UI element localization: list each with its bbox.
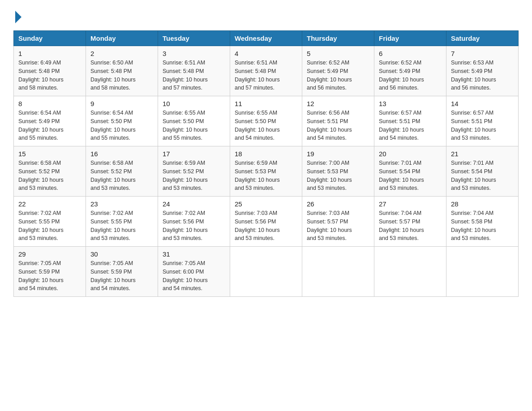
day-number: 24 <box>163 200 225 208</box>
day-info: Sunrise: 7:01 AMSunset: 5:54 PMDaylight:… <box>379 159 442 193</box>
calendar-cell: 11Sunrise: 6:55 AMSunset: 5:50 PMDayligh… <box>230 96 302 146</box>
day-number: 27 <box>379 200 442 208</box>
calendar-cell: 14Sunrise: 6:57 AMSunset: 5:51 PMDayligh… <box>446 96 519 146</box>
day-number: 23 <box>90 200 153 208</box>
logo <box>13 9 21 21</box>
weekday-header-friday: Friday <box>374 31 446 46</box>
day-info: Sunrise: 6:55 AMSunset: 5:50 PMDaylight:… <box>163 109 225 142</box>
day-number: 15 <box>18 150 81 158</box>
calendar-cell: 19Sunrise: 7:00 AMSunset: 5:53 PMDayligh… <box>302 146 374 197</box>
calendar-cell: 29Sunrise: 7:05 AMSunset: 5:59 PMDayligh… <box>14 247 86 297</box>
weekday-header-saturday: Saturday <box>446 31 519 46</box>
day-info: Sunrise: 7:04 AMSunset: 5:58 PMDaylight:… <box>451 209 514 243</box>
day-number: 3 <box>163 50 225 57</box>
day-info: Sunrise: 7:03 AMSunset: 5:56 PMDaylight:… <box>235 209 297 243</box>
calendar-week-row: 8Sunrise: 6:54 AMSunset: 5:49 PMDaylight… <box>14 96 519 146</box>
day-number: 26 <box>307 200 369 208</box>
day-number: 7 <box>451 50 514 57</box>
day-number: 11 <box>235 100 297 107</box>
day-info: Sunrise: 7:04 AMSunset: 5:57 PMDaylight:… <box>379 209 442 243</box>
calendar-cell: 30Sunrise: 7:05 AMSunset: 5:59 PMDayligh… <box>86 247 158 297</box>
calendar-week-row: 1Sunrise: 6:49 AMSunset: 5:48 PMDaylight… <box>14 46 519 96</box>
calendar-week-row: 15Sunrise: 6:58 AMSunset: 5:52 PMDayligh… <box>14 146 519 197</box>
calendar-cell: 26Sunrise: 7:03 AMSunset: 5:57 PMDayligh… <box>302 197 374 247</box>
calendar-cell: 12Sunrise: 6:56 AMSunset: 5:51 PMDayligh… <box>302 96 374 146</box>
day-info: Sunrise: 6:54 AMSunset: 5:49 PMDaylight:… <box>18 109 81 142</box>
calendar-cell: 28Sunrise: 7:04 AMSunset: 5:58 PMDayligh… <box>446 197 519 247</box>
calendar-cell: 23Sunrise: 7:02 AMSunset: 5:55 PMDayligh… <box>86 197 158 247</box>
day-number: 17 <box>163 150 225 158</box>
day-info: Sunrise: 7:02 AMSunset: 5:55 PMDaylight:… <box>90 209 153 243</box>
day-info: Sunrise: 7:03 AMSunset: 5:57 PMDaylight:… <box>307 209 369 243</box>
calendar-cell: 10Sunrise: 6:55 AMSunset: 5:50 PMDayligh… <box>158 96 230 146</box>
calendar-header: SundayMondayTuesdayWednesdayThursdayFrid… <box>14 31 519 46</box>
day-number: 18 <box>235 150 297 158</box>
day-info: Sunrise: 7:02 AMSunset: 5:56 PMDaylight:… <box>163 209 225 243</box>
calendar-body: 1Sunrise: 6:49 AMSunset: 5:48 PMDaylight… <box>14 46 519 297</box>
day-info: Sunrise: 7:05 AMSunset: 6:00 PMDaylight:… <box>163 259 225 293</box>
weekday-header-wednesday: Wednesday <box>230 31 302 46</box>
calendar-week-row: 29Sunrise: 7:05 AMSunset: 5:59 PMDayligh… <box>14 247 519 297</box>
calendar-cell: 16Sunrise: 6:58 AMSunset: 5:52 PMDayligh… <box>86 146 158 197</box>
day-number: 19 <box>307 150 369 158</box>
calendar-cell: 15Sunrise: 6:58 AMSunset: 5:52 PMDayligh… <box>14 146 86 197</box>
day-info: Sunrise: 7:05 AMSunset: 5:59 PMDaylight:… <box>90 259 153 293</box>
page-header <box>13 9 519 21</box>
day-number: 13 <box>379 100 442 107</box>
day-number: 30 <box>90 250 153 258</box>
day-number: 21 <box>451 150 514 158</box>
day-info: Sunrise: 7:01 AMSunset: 5:54 PMDaylight:… <box>451 159 514 193</box>
calendar-cell <box>446 247 519 297</box>
calendar-cell: 25Sunrise: 7:03 AMSunset: 5:56 PMDayligh… <box>230 197 302 247</box>
day-info: Sunrise: 6:56 AMSunset: 5:51 PMDaylight:… <box>307 109 369 142</box>
day-info: Sunrise: 6:57 AMSunset: 5:51 PMDaylight:… <box>379 109 442 142</box>
day-number: 4 <box>235 50 297 57</box>
day-number: 10 <box>163 100 225 107</box>
calendar-cell: 1Sunrise: 6:49 AMSunset: 5:48 PMDaylight… <box>14 46 86 96</box>
calendar-cell: 22Sunrise: 7:02 AMSunset: 5:55 PMDayligh… <box>14 197 86 247</box>
day-number: 28 <box>451 200 514 208</box>
calendar-cell: 6Sunrise: 6:52 AMSunset: 5:49 PMDaylight… <box>374 46 446 96</box>
weekday-header-sunday: Sunday <box>14 31 86 46</box>
calendar-cell: 24Sunrise: 7:02 AMSunset: 5:56 PMDayligh… <box>158 197 230 247</box>
day-number: 14 <box>451 100 514 107</box>
day-number: 16 <box>90 150 153 158</box>
calendar-cell: 18Sunrise: 6:59 AMSunset: 5:53 PMDayligh… <box>230 146 302 197</box>
weekday-row: SundayMondayTuesdayWednesdayThursdayFrid… <box>14 31 519 46</box>
day-number: 1 <box>18 50 81 57</box>
calendar-cell: 8Sunrise: 6:54 AMSunset: 5:49 PMDaylight… <box>14 96 86 146</box>
day-info: Sunrise: 6:49 AMSunset: 5:48 PMDaylight:… <box>18 59 81 92</box>
day-info: Sunrise: 6:58 AMSunset: 5:52 PMDaylight:… <box>18 159 81 193</box>
day-number: 9 <box>90 100 153 107</box>
calendar-cell: 2Sunrise: 6:50 AMSunset: 5:48 PMDaylight… <box>86 46 158 96</box>
calendar-cell <box>302 247 374 297</box>
day-info: Sunrise: 7:05 AMSunset: 5:59 PMDaylight:… <box>18 259 81 293</box>
day-number: 20 <box>379 150 442 158</box>
weekday-header-tuesday: Tuesday <box>158 31 230 46</box>
calendar-cell: 5Sunrise: 6:52 AMSunset: 5:49 PMDaylight… <box>302 46 374 96</box>
calendar-cell: 13Sunrise: 6:57 AMSunset: 5:51 PMDayligh… <box>374 96 446 146</box>
day-number: 31 <box>163 250 225 258</box>
calendar-cell <box>230 247 302 297</box>
day-info: Sunrise: 6:51 AMSunset: 5:48 PMDaylight:… <box>163 59 225 92</box>
calendar-cell: 4Sunrise: 6:51 AMSunset: 5:48 PMDaylight… <box>230 46 302 96</box>
day-info: Sunrise: 6:52 AMSunset: 5:49 PMDaylight:… <box>307 59 369 92</box>
calendar-cell: 17Sunrise: 6:59 AMSunset: 5:52 PMDayligh… <box>158 146 230 197</box>
calendar-cell: 31Sunrise: 7:05 AMSunset: 6:00 PMDayligh… <box>158 247 230 297</box>
day-number: 8 <box>18 100 81 107</box>
day-info: Sunrise: 6:52 AMSunset: 5:49 PMDaylight:… <box>379 59 442 92</box>
calendar-cell: 9Sunrise: 6:54 AMSunset: 5:50 PMDaylight… <box>86 96 158 146</box>
day-info: Sunrise: 6:59 AMSunset: 5:53 PMDaylight:… <box>235 159 297 193</box>
calendar-cell: 21Sunrise: 7:01 AMSunset: 5:54 PMDayligh… <box>446 146 519 197</box>
weekday-header-monday: Monday <box>86 31 158 46</box>
calendar-cell <box>374 247 446 297</box>
calendar-cell: 20Sunrise: 7:01 AMSunset: 5:54 PMDayligh… <box>374 146 446 197</box>
day-info: Sunrise: 7:00 AMSunset: 5:53 PMDaylight:… <box>307 159 369 193</box>
calendar-cell: 27Sunrise: 7:04 AMSunset: 5:57 PMDayligh… <box>374 197 446 247</box>
day-info: Sunrise: 6:53 AMSunset: 5:49 PMDaylight:… <box>451 59 514 92</box>
day-number: 22 <box>18 200 81 208</box>
calendar-cell: 3Sunrise: 6:51 AMSunset: 5:48 PMDaylight… <box>158 46 230 96</box>
day-number: 2 <box>90 50 153 57</box>
day-info: Sunrise: 6:51 AMSunset: 5:48 PMDaylight:… <box>235 59 297 92</box>
day-number: 12 <box>307 100 369 107</box>
